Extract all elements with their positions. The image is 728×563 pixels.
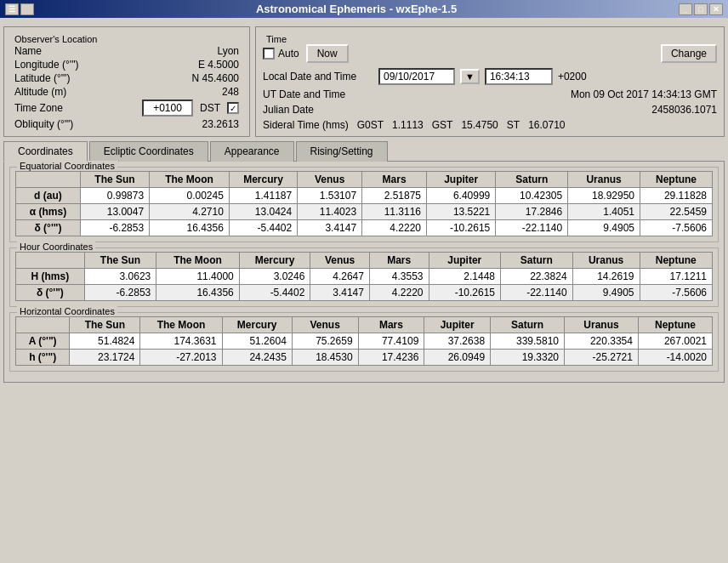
table-row: 0.99873 — [80, 188, 149, 204]
hour-section: Hour Coordinates The Sun The Moon Mercur… — [9, 247, 719, 307]
minimize-button[interactable]: _ — [679, 3, 692, 15]
table-row: -10.2615 — [429, 285, 501, 301]
hz-col-uranus: Uranus — [565, 317, 639, 333]
row-label-1: δ (°'") — [16, 285, 85, 301]
local-date-input[interactable] — [378, 68, 455, 85]
hr-col-venus: Venus — [310, 253, 370, 269]
maximize-button[interactable]: □ — [694, 3, 708, 15]
change-button[interactable]: Change — [661, 44, 717, 63]
date-dropdown-button[interactable]: ▼ — [460, 69, 480, 84]
table-row: 18.4530 — [292, 350, 358, 366]
now-button[interactable]: Now — [306, 44, 349, 63]
row-label-0: d (au) — [16, 188, 81, 204]
altitude-value: 248 — [105, 85, 242, 99]
table-row: 13.0047 — [80, 204, 149, 220]
table-row: -22.1140 — [496, 220, 568, 236]
table-row: -14.0020 — [638, 350, 712, 366]
table-row: 6.40999 — [427, 188, 496, 204]
table-row: 3.0246 — [239, 269, 310, 285]
auto-checkbox[interactable] — [263, 48, 275, 60]
altitude-label: Altitude (m) — [11, 85, 105, 99]
eq-col-venus: Venus — [298, 172, 362, 188]
tz-offset: +0200 — [558, 71, 587, 82]
row-label-0: H (hms) — [16, 269, 85, 285]
obliquity-value: 23.2613 — [105, 117, 242, 131]
tab-ecliptic[interactable]: Ecliptic Coordinates — [89, 141, 208, 162]
hr-col-mercury: Mercury — [239, 253, 310, 269]
table-row: 220.3354 — [565, 333, 639, 350]
table-row: 267.0021 — [638, 333, 712, 350]
hz-col-sun: The Sun — [70, 317, 140, 333]
table-row: 22.5459 — [640, 204, 713, 220]
hz-col-venus: Venus — [292, 317, 358, 333]
table-row: -27.2013 — [140, 350, 222, 366]
menu-icon[interactable]: ☰ — [5, 3, 19, 15]
latitude-value: N 45.4600 — [105, 71, 242, 85]
longitude-label: Longitude (°'") — [11, 58, 105, 71]
local-date-label: Local Date and Time — [263, 71, 373, 82]
ut-date-value: Mon 09 Oct 2017 14:34:13 GMT — [378, 88, 717, 100]
st-label: ST — [507, 119, 520, 131]
tab-rising[interactable]: Rising/Setting — [296, 141, 388, 162]
row-label-1: α (hms) — [16, 204, 81, 220]
horizontal-label: Horizontal Coordinates — [17, 306, 117, 316]
eq-col-moon: The Moon — [150, 172, 230, 188]
obliquity-label: Obliquity (°'") — [11, 117, 105, 131]
local-time-input[interactable] — [485, 68, 553, 85]
table-row: 37.2638 — [424, 333, 491, 350]
hr-col-mars: Mars — [369, 253, 429, 269]
table-row: 4.2220 — [369, 285, 429, 301]
hz-col-mars: Mars — [358, 317, 424, 333]
hour-table: The Sun The Moon Mercury Venus Mars Jupi… — [15, 252, 713, 301]
longitude-value: E 4.5000 — [105, 58, 242, 71]
dst-checkbox[interactable]: ✓ — [227, 102, 239, 114]
table-row: 75.2659 — [292, 333, 358, 350]
timezone-input[interactable] — [142, 100, 193, 117]
g0st-value: 1.1113 — [392, 119, 424, 131]
eq-col-sun: The Sun — [80, 172, 149, 188]
table-row: 26.0949 — [424, 350, 491, 366]
row-label-2: δ (°'") — [16, 220, 81, 236]
table-row: -5.4402 — [239, 285, 310, 301]
hz-col-empty — [16, 317, 70, 333]
table-row: 11.4023 — [298, 204, 362, 220]
tab-coordinates[interactable]: Coordinates — [3, 141, 88, 162]
table-row: 16.4356 — [150, 220, 230, 236]
table-row: 9.4905 — [568, 220, 640, 236]
icon2 — [20, 3, 34, 15]
table-row: 17.2846 — [496, 204, 568, 220]
table-row: -25.2721 — [565, 350, 639, 366]
table-row: -10.2615 — [427, 220, 496, 236]
table-row: 1.53107 — [298, 188, 362, 204]
table-row: 11.3116 — [362, 204, 427, 220]
name-label: Name — [11, 44, 105, 58]
timezone-label: Time Zone — [11, 99, 105, 117]
close-button[interactable]: ✕ — [709, 3, 723, 15]
table-row: -22.1140 — [501, 285, 573, 301]
hr-col-moon: The Moon — [156, 253, 240, 269]
st-value: 16.0710 — [528, 119, 565, 131]
window-title: Astronomical Ephemeris - wxEphe-1.5 — [34, 3, 679, 15]
eq-col-neptune: Neptune — [640, 172, 713, 188]
tab-container: Coordinates Ecliptic Coordinates Appeara… — [3, 140, 725, 383]
eq-col-uranus: Uranus — [568, 172, 640, 188]
hr-col-jupiter: Jupiter — [429, 253, 501, 269]
table-row: 17.4236 — [358, 350, 424, 366]
table-row: 9.4905 — [572, 285, 640, 301]
hz-col-saturn: Saturn — [491, 317, 565, 333]
equatorial-table: The Sun The Moon Mercury Venus Mars Jupi… — [15, 171, 713, 236]
table-row: 11.4000 — [156, 269, 240, 285]
tab-appearance[interactable]: Appearance — [210, 141, 294, 162]
title-bar: ☰ Astronomical Ephemeris - wxEphe-1.5 _ … — [0, 0, 728, 18]
table-row: 0.00245 — [150, 188, 230, 204]
table-row: 77.4109 — [358, 333, 424, 350]
table-row: -6.2853 — [84, 285, 156, 301]
julian-value: 2458036.1071 — [378, 104, 717, 116]
latitude-label: Latitude (°'") — [11, 71, 105, 85]
hour-label: Hour Coordinates — [17, 242, 95, 252]
eq-col-empty — [16, 172, 81, 188]
equatorial-section: Equatorial Coordinates The Sun The Moon … — [9, 167, 719, 242]
table-row: 3.4147 — [310, 285, 370, 301]
hr-col-saturn: Saturn — [501, 253, 573, 269]
time-legend: Time — [263, 34, 717, 44]
